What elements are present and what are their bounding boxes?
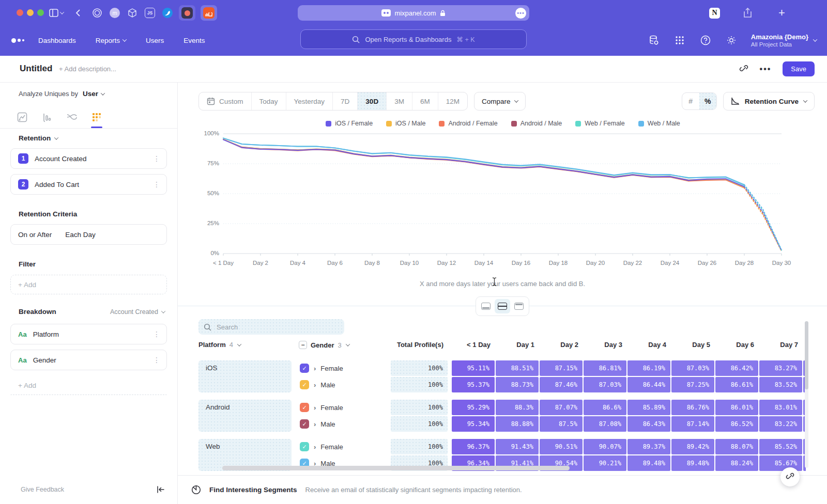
new-tab-icon[interactable]: + xyxy=(778,7,785,19)
retention-cell[interactable]: 87.07% xyxy=(540,400,583,415)
gender-row[interactable]: ✓›Male xyxy=(300,377,335,392)
nav-dashboards[interactable]: Dashboards xyxy=(38,37,76,44)
sidebar-chevron-icon[interactable] xyxy=(60,7,64,19)
retention-cell[interactable]: 83.01% xyxy=(759,400,802,415)
day-column-header[interactable]: < 1 Day xyxy=(452,341,491,349)
tab-flows[interactable] xyxy=(65,109,79,125)
range-today[interactable]: Today xyxy=(252,92,286,110)
chart-view-select[interactable]: Retention Curve xyxy=(723,92,815,111)
platform-column-header[interactable]: Platform4 xyxy=(198,341,241,349)
retention-cell[interactable]: 86.44% xyxy=(627,377,670,392)
add-description[interactable]: + Add description... xyxy=(59,65,116,73)
retention-cell[interactable]: 95.29% xyxy=(452,400,495,415)
retention-cell[interactable]: 83.27% xyxy=(759,360,802,376)
add-filter-button[interactable]: + Add xyxy=(10,275,167,294)
retention-cell[interactable]: 88.07% xyxy=(715,439,758,454)
criteria-condition[interactable]: On or After xyxy=(18,231,52,239)
browser-extension-js-icon[interactable]: JS xyxy=(145,7,155,19)
kebab-icon[interactable]: ⋮ xyxy=(153,356,160,364)
retention-cell[interactable]: 87.46% xyxy=(540,377,583,392)
segments-title[interactable]: Find Interesting Segments xyxy=(209,486,297,494)
retention-cell[interactable]: 88.3% xyxy=(496,400,539,415)
sidebar-toggle-icon[interactable] xyxy=(49,7,58,19)
total-column-header[interactable]: Total Profile(s) xyxy=(391,341,443,349)
kebab-icon[interactable]: ⋮ xyxy=(153,330,160,338)
retention-cell[interactable]: 86.19% xyxy=(627,360,670,376)
unit-percent-button[interactable]: % xyxy=(699,93,716,109)
day-column-header[interactable]: Day 3 xyxy=(584,341,622,349)
horizontal-scrollbar[interactable] xyxy=(222,466,570,470)
retention-cell[interactable]: 86.42% xyxy=(715,360,758,376)
browser-extension-cube-icon[interactable] xyxy=(127,7,137,19)
expand-chevron-icon[interactable]: › xyxy=(314,404,316,412)
legend-item[interactable]: Android / Male xyxy=(511,120,562,127)
apps-grid-icon[interactable] xyxy=(673,34,686,46)
retention-cell[interactable]: 87.08% xyxy=(584,416,626,432)
nav-events[interactable]: Events xyxy=(183,37,205,44)
url-more-icon[interactable]: ••• xyxy=(515,8,526,19)
analyze-value[interactable]: User xyxy=(83,90,98,98)
retention-cell[interactable]: 86.61% xyxy=(715,377,758,392)
retention-cell[interactable]: 87.14% xyxy=(671,416,714,432)
expand-chevron-icon[interactable]: › xyxy=(314,443,316,451)
expand-chevron-icon[interactable]: › xyxy=(314,381,316,389)
more-actions-icon[interactable]: ••• xyxy=(760,65,772,74)
nav-reports[interactable]: Reports xyxy=(96,37,126,44)
retention-cell[interactable]: 87.03% xyxy=(671,360,714,376)
gender-column-header[interactable]: − Gender3 xyxy=(299,341,349,349)
account-switcher[interactable]: Amazonia {Demo} All Project Data xyxy=(751,33,817,48)
retention-cell[interactable]: 88.24% xyxy=(715,455,758,471)
save-button[interactable]: Save xyxy=(783,61,815,76)
retention-cell[interactable]: 86.81% xyxy=(584,360,626,376)
compare-button[interactable]: Compare xyxy=(474,92,526,111)
layout-chart-only-button[interactable] xyxy=(478,299,494,313)
series-checkbox[interactable]: ✓ xyxy=(300,380,309,389)
retention-cell[interactable]: 89.48% xyxy=(671,455,714,471)
gender-row[interactable]: ✓›Female xyxy=(300,439,343,454)
layout-split-button[interactable] xyxy=(495,299,510,313)
range-30d[interactable]: 30D xyxy=(358,92,387,110)
retention-cell[interactable]: 90.21% xyxy=(584,455,626,471)
notion-app-icon[interactable]: N xyxy=(709,7,720,19)
retention-cell[interactable]: 83.22% xyxy=(759,416,802,432)
retention-cell[interactable]: 89.42% xyxy=(671,439,714,454)
retention-cell[interactable]: 85.52% xyxy=(759,439,802,454)
traffic-light-zoom[interactable] xyxy=(37,9,44,16)
traffic-light-close[interactable] xyxy=(17,9,23,16)
legend-item[interactable]: Web / Female xyxy=(575,120,625,127)
day-column-header[interactable]: Day 4 xyxy=(627,341,666,349)
tab-retention[interactable] xyxy=(90,109,103,125)
retention-cell[interactable]: 96.37% xyxy=(452,439,495,454)
gender-row[interactable]: ✓›Female xyxy=(300,360,343,376)
retention-cell[interactable]: 86.76% xyxy=(671,400,714,415)
table-search-input[interactable] xyxy=(216,323,319,332)
legend-item[interactable]: Android / Female xyxy=(439,120,497,127)
expand-chevron-icon[interactable]: › xyxy=(314,365,316,372)
legend-item[interactable]: iOS / Female xyxy=(326,120,373,127)
day-column-header[interactable]: Day 7 xyxy=(759,341,798,349)
url-bar[interactable]: mixpanel.com ••• xyxy=(298,5,529,21)
retention-cell[interactable]: 88.51% xyxy=(496,360,539,376)
retention-cell[interactable]: 87.25% xyxy=(671,377,714,392)
day-column-header[interactable]: Day 5 xyxy=(671,341,710,349)
browser-extension-orange-app-icon[interactable] xyxy=(201,5,217,21)
browser-extension-ring-icon[interactable] xyxy=(92,7,102,19)
range-7d[interactable]: 7D xyxy=(333,92,358,110)
global-search[interactable]: Open Reports & Dashboards ⌘ + K xyxy=(300,29,527,49)
gender-row[interactable]: ✓›Male xyxy=(300,416,335,432)
legend-item[interactable]: iOS / Male xyxy=(386,120,425,127)
expand-chevron-icon[interactable]: › xyxy=(314,420,316,428)
browser-extension-red-app-icon[interactable] xyxy=(179,5,195,21)
retention-cell[interactable]: 87.15% xyxy=(540,360,583,376)
breakdown-scope-select[interactable]: Account Created xyxy=(110,308,165,316)
browser-extension-avatar-icon[interactable]: m xyxy=(110,7,120,19)
retention-step-a[interactable]: 1 Account Created ⋮ xyxy=(10,148,167,169)
platform-cell[interactable]: Android xyxy=(198,400,292,432)
share-link-fab[interactable] xyxy=(780,467,800,486)
series-checkbox[interactable]: ✓ xyxy=(300,403,309,412)
series-checkbox[interactable]: ✓ xyxy=(300,364,309,373)
back-icon[interactable] xyxy=(75,7,81,19)
data-management-icon[interactable] xyxy=(648,34,660,46)
retention-cell[interactable]: 86.52% xyxy=(715,416,758,432)
retention-cell[interactable]: 88.73% xyxy=(496,377,539,392)
